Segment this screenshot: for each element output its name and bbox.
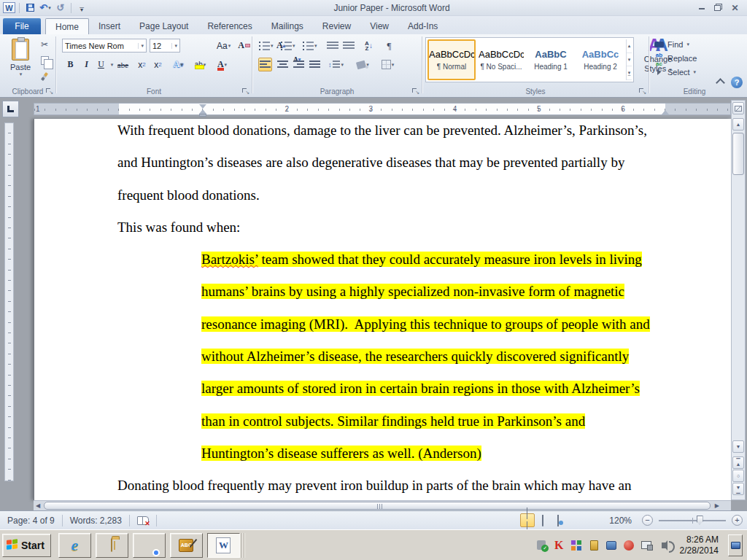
document-text-line[interactable]: With frequent blood donations, damage to… (34, 114, 731, 147)
line-spacing-button[interactable]: ↕▾ (328, 58, 344, 71)
gallery-expand-button[interactable]: ▾̲ (627, 66, 632, 80)
word-logo-icon[interactable]: W (3, 2, 15, 13)
proofing-errors-button[interactable] (130, 514, 156, 527)
font-dialog-launcher[interactable] (242, 88, 249, 96)
document-text-line[interactable]: and Huntington’s diseases are also degen… (34, 147, 731, 179)
show-hide-marks-button[interactable]: ¶ (382, 39, 396, 52)
paste-button[interactable]: Paste ▾ (6, 37, 35, 85)
tab-mailings[interactable]: Mailings (262, 18, 313, 34)
cut-button[interactable]: ✂ (38, 38, 51, 50)
bold-button[interactable]: B (63, 58, 77, 71)
customize-qat-button[interactable]: ─▾ (75, 1, 88, 15)
redo-button[interactable]: ↺ (54, 1, 67, 15)
scroll-up-arrow[interactable]: ▲ (732, 118, 744, 131)
document-text-line[interactable]: humans’ brains by using a highly special… (34, 276, 731, 308)
style--normal[interactable]: AaBbCcDc¶ Normal (427, 39, 476, 80)
vertical-ruler[interactable] (4, 122, 14, 481)
word-count-indicator[interactable]: Words: 2,283 (63, 514, 129, 527)
tab-add-ins[interactable]: Add-Ins (398, 18, 447, 34)
replace-button[interactable]: abacReplace (649, 51, 740, 65)
styles-dialog-launcher[interactable] (639, 88, 646, 96)
restore-button[interactable] (712, 3, 724, 12)
windows-explorer-taskbar-button[interactable] (96, 533, 128, 558)
justify-button[interactable] (308, 58, 322, 71)
clear-formatting-button[interactable]: A (237, 39, 251, 52)
style-heading-1[interactable]: AaBbCHeading 1 (527, 39, 575, 80)
vertical-scroll-thumb[interactable] (732, 133, 744, 175)
numbering-button[interactable]: ▾ (280, 39, 295, 52)
scroll-right-arrow[interactable]: ▶ (715, 502, 719, 509)
document-text-line[interactable]: without Alzheimer’s disease, the researc… (34, 341, 731, 373)
decrease-indent-button[interactable] (325, 39, 339, 52)
scroll-left-arrow[interactable]: ◀ (36, 502, 40, 509)
document-text-line[interactable]: Huntington’s disease sufferers as well. … (34, 438, 731, 470)
program-grid-tray-icon[interactable] (570, 539, 583, 551)
zoom-level-label[interactable]: 120% (609, 516, 632, 526)
document-text-line[interactable]: resonance imaging (MRI). Applying this t… (34, 308, 731, 341)
horizontal-scroll-thumb[interactable] (44, 502, 711, 510)
zoom-slider-thumb[interactable] (697, 516, 703, 525)
spelling-app-taskbar-button[interactable]: ABC (170, 533, 203, 558)
text-highlight-button[interactable]: ab▾ (193, 58, 207, 71)
sort-button[interactable]: AZ↓ (362, 39, 376, 52)
superscript-button[interactable]: x2 (151, 58, 165, 71)
format-painter-button[interactable] (38, 70, 51, 82)
undo-button[interactable]: ↶▾ (39, 1, 52, 15)
paragraph-dialog-launcher[interactable] (412, 88, 419, 96)
tab-file[interactable]: File (3, 18, 41, 34)
borders-button[interactable]: ▾ (381, 58, 395, 71)
font-color-button[interactable]: A▾ (215, 58, 229, 71)
bullets-button[interactable]: ▾ (258, 39, 274, 52)
tab-references[interactable]: References (198, 18, 261, 34)
subscript-button[interactable]: x2 (135, 58, 149, 71)
font-size-combo[interactable]: 12▾ (150, 39, 180, 52)
tab-view[interactable]: View (360, 18, 398, 34)
next-page-button[interactable]: ▼▁ (732, 483, 744, 495)
close-button[interactable]: ✕ (729, 3, 741, 12)
horizontal-ruler[interactable]: 123456 (34, 103, 731, 115)
taskbar-clock[interactable]: 8:26 AM 2/28/2014 (676, 534, 723, 556)
page-count-indicator[interactable]: Page: 4 of 9 (0, 514, 62, 527)
copy-button[interactable] (38, 54, 51, 66)
vertical-scrollbar[interactable]: ▲ ▼ ▔▲ ○ ▼▁ (731, 100, 746, 500)
battery-tray-icon[interactable] (588, 539, 600, 551)
style--no-spaci-[interactable]: AaBbCcDc¶ No Spaci... (477, 39, 525, 80)
align-left-button[interactable] (258, 58, 272, 71)
tab-insert[interactable]: Insert (89, 18, 130, 34)
tab-home[interactable]: Home (45, 18, 89, 34)
first-line-indent-marker[interactable] (199, 104, 206, 109)
show-desktop-button[interactable] (728, 534, 743, 556)
align-right-button[interactable] (292, 58, 306, 71)
update-tray-icon[interactable] (623, 539, 635, 551)
collapse-ribbon-button[interactable] (716, 78, 725, 88)
kaspersky-tray-icon[interactable]: K (553, 539, 565, 551)
document-text-line[interactable]: This was found when: (34, 211, 731, 244)
document-text-line[interactable]: than in control subjects. Similar findin… (34, 405, 731, 438)
tab-page-layout[interactable]: Page Layout (130, 18, 198, 34)
chevron-down-icon[interactable]: ▾ (48, 5, 51, 11)
gallery-scroll-up-button[interactable]: ▴ (627, 39, 632, 53)
tab-review[interactable]: Review (313, 18, 360, 34)
zoom-in-button[interactable]: + (732, 515, 743, 526)
previous-page-button[interactable]: ▔▲ (732, 456, 744, 469)
network-tray-icon[interactable] (640, 539, 653, 551)
word-taskbar-button[interactable]: W (207, 533, 240, 558)
help-button[interactable]: ? (731, 77, 743, 88)
document-text-line[interactable]: frequent blood donations. (34, 179, 731, 211)
draft-view-button[interactable] (581, 513, 596, 527)
text-effects-button[interactable]: A▾ (171, 58, 185, 71)
clipboard-dialog-launcher[interactable] (46, 88, 53, 96)
gallery-scroll-down-button[interactable]: ▾ (627, 53, 632, 67)
change-case-button[interactable]: Aa▾ (217, 39, 231, 52)
web-layout-view-button[interactable] (551, 513, 565, 527)
outline-view-button[interactable] (566, 513, 581, 527)
internet-explorer-taskbar-button[interactable]: e (58, 533, 91, 558)
select-browse-object-button[interactable]: ○ (732, 470, 744, 482)
view-ruler-toggle-button[interactable] (732, 102, 744, 114)
zoom-out-button[interactable]: − (642, 515, 653, 526)
italic-button[interactable]: I (80, 58, 93, 71)
start-button[interactable]: Start (2, 534, 51, 557)
tab-stop-selector[interactable] (2, 101, 19, 117)
save-button[interactable] (23, 1, 36, 15)
minimize-button[interactable] (695, 3, 708, 12)
